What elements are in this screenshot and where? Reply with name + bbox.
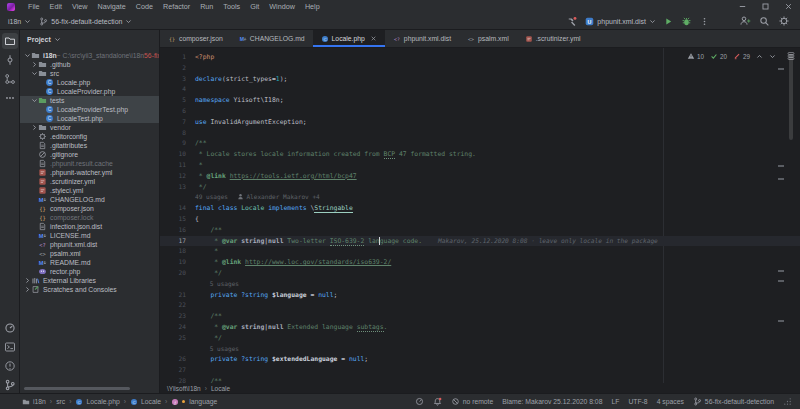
nav-item-language[interactable]: flanguage — [171, 398, 217, 406]
code-text: 5 usages — [195, 345, 239, 352]
vcs-branch-widget[interactable]: 56-fix-default-detection — [39, 17, 132, 26]
run-button-icon[interactable] — [664, 17, 673, 26]
indent-widget[interactable]: 4 spaces — [657, 398, 684, 405]
project-widget[interactable]: i18n — [8, 18, 31, 25]
menu-help[interactable]: Help — [300, 0, 325, 13]
tree-item-src[interactable]: src — [20, 69, 159, 78]
menu-file[interactable]: File — [23, 0, 45, 13]
tree-item-composer-json[interactable]: {}composer.json — [20, 204, 159, 213]
menu-tools[interactable]: Tools — [218, 0, 245, 13]
tab-psalm-xml[interactable]: <>psalm.xml — [459, 30, 517, 47]
status-label: 56-fix-default-detection — [705, 398, 774, 405]
build-button-icon[interactable] — [566, 16, 577, 27]
encoding-widget[interactable]: UTF-8 — [628, 398, 647, 405]
tree-item-phpunit-xml-dist[interactable]: <?phpunit.xml.dist — [20, 240, 159, 249]
tree-item-i18n[interactable]: i18n ~ C:\src\yii3_standalone\i18n 56-fi… — [20, 51, 159, 60]
more-tool-windows[interactable] — [2, 90, 18, 106]
run-config-selector[interactable]: Uphpunit.xml.dist — [585, 17, 656, 26]
search-everywhere-button-icon[interactable] — [759, 16, 770, 27]
close-tab-button[interactable] — [370, 35, 377, 42]
menu-window[interactable]: Window — [264, 0, 300, 13]
tree-item-localetest-php[interactable]: CLocaleTest.php — [20, 114, 159, 123]
pull-requests-tool-window[interactable] — [2, 71, 18, 87]
phpunit-config-icon[interactable]: U — [585, 17, 594, 26]
tree-item--editorconfig[interactable]: .editorconfig — [20, 132, 159, 141]
git-branch-widget[interactable]: 56-fix-default-detection — [693, 397, 774, 406]
code-with-me-button-icon[interactable] — [739, 15, 751, 27]
services-tool-window[interactable] — [2, 320, 18, 336]
chevron-down-icon[interactable] — [649, 18, 656, 25]
project-panel-header[interactable]: Project — [20, 30, 159, 48]
minimize-button[interactable] — [731, 0, 754, 13]
project-tool-window[interactable] — [2, 33, 18, 49]
vertical-scrollbar[interactable] — [789, 54, 793, 140]
tree-item-rector-php[interactable]: rector.php — [20, 267, 159, 276]
nav-item-locale.php[interactable]: CLocale.php — [75, 398, 119, 406]
nav-item-i18n[interactable]: i18n — [22, 398, 46, 406]
resize-grip[interactable] — [783, 397, 792, 406]
debug-button-icon[interactable] — [681, 16, 692, 27]
line-separator-widget[interactable]: LF — [611, 398, 619, 405]
tree-item--gitignore[interactable]: .gitignore — [20, 150, 159, 159]
tree-item-psalm-xml[interactable]: <>psalm.xml — [20, 249, 159, 258]
tab--scrutinizer-yml[interactable]: .scrutinizer.yml — [517, 30, 589, 47]
remote-widget[interactable]: no remote — [451, 397, 494, 406]
problems-tool-window[interactable] — [2, 358, 18, 374]
tab-locale-php[interactable]: CLocale.php — [313, 30, 385, 47]
menu-run[interactable]: Run — [195, 0, 218, 13]
tree-item--phpunit-result-cache[interactable]: .phpunit.result.cache — [20, 159, 159, 168]
nav-item-locale[interactable]: CLocale — [130, 398, 161, 406]
tree-item-localeprovider-php[interactable]: CLocaleProvider.php — [20, 87, 159, 96]
tree-item--phpunit-watcher-yml[interactable]: .phpunit-watcher.yml — [20, 168, 159, 177]
maximize-button[interactable] — [754, 0, 777, 13]
tab-phpunit-xml-dist[interactable]: <?phpunit.xml.dist — [385, 30, 459, 47]
prev-problem-icon[interactable] — [756, 53, 763, 60]
tree-item--gitattributes[interactable]: .gitattributes — [20, 141, 159, 150]
tree-item-license-md[interactable]: MLICENSE.md — [20, 231, 159, 240]
menu-edit[interactable]: Edit — [45, 0, 67, 13]
tree-item-tests[interactable]: tests — [20, 96, 159, 105]
inspection-warn[interactable]: 10 — [687, 52, 704, 60]
terminal-tool-window[interactable] — [2, 339, 18, 355]
tree-item-readme-md[interactable]: MREADME.md — [20, 258, 159, 267]
nav-item-src[interactable]: src — [56, 398, 65, 405]
code-text: private ?string $extendedLanguage = null… — [195, 355, 368, 363]
tree-item-vendor[interactable]: vendor — [20, 123, 159, 132]
close-button[interactable] — [777, 0, 800, 13]
inspection-errm[interactable]: 29 — [733, 52, 750, 60]
blame-widget[interactable]: Blame: Makarov 25.12.2020 8:08 — [502, 398, 602, 405]
inspection-check[interactable]: 20 — [710, 52, 727, 60]
breadcrumb-1[interactable]: Locale — [211, 385, 230, 392]
tree-item-external-libraries[interactable]: External Libraries — [20, 276, 159, 285]
tab-label: composer.json — [179, 35, 223, 42]
tree-item-changelog-md[interactable]: MCHANGELOG.md — [20, 195, 159, 204]
notifications[interactable] — [433, 397, 442, 406]
tree-item--scrutinizer-yml[interactable]: .scrutinizer.yml — [20, 177, 159, 186]
tab-composer-json[interactable]: {}composer.json — [160, 30, 231, 47]
tree-item-composer-lock[interactable]: {}composer.lock — [20, 213, 159, 222]
tree-item--styleci-yml[interactable]: .styleci.yml — [20, 186, 159, 195]
commit-tool-window[interactable] — [2, 52, 18, 68]
breadcrumb-0[interactable]: \Yiisoft\I18n — [167, 385, 201, 392]
tab-changelog-md[interactable]: MCHANGELOG.md — [231, 30, 313, 47]
tree-item-scratches-and-consoles[interactable]: Scratches and Consoles — [20, 285, 159, 294]
tree-item-localeprovidertest-php[interactable]: CLocaleProviderTest.php — [20, 105, 159, 114]
tree-item-infection-json-dist[interactable]: infection.json.dist — [20, 222, 159, 231]
tree-item--github[interactable]: .github — [20, 60, 159, 69]
code-editor[interactable]: 1<?php23declare(strict_types=1);45namesp… — [160, 48, 800, 383]
menu-refactor[interactable]: Refactor — [158, 0, 195, 13]
settings-button-icon[interactable] — [778, 15, 790, 27]
next-problem-icon[interactable] — [769, 53, 776, 60]
menu-git[interactable]: Git — [245, 0, 264, 13]
menu-view[interactable]: View — [67, 0, 92, 13]
code-text: final class Locale implements \Stringabl… — [195, 204, 353, 212]
code-area: 1<?php23declare(strict_types=1);45namesp… — [160, 52, 800, 383]
menu-code[interactable]: Code — [131, 0, 158, 13]
memory-indicator[interactable] — [415, 397, 424, 406]
tree-item-locale-php[interactable]: CLocale.php — [20, 78, 159, 87]
inspections-widget[interactable]: 102029 — [687, 50, 776, 62]
git-tool-window[interactable] — [2, 377, 18, 393]
menu-navigate[interactable]: Navigate — [92, 0, 130, 13]
more-actions-icon[interactable] — [700, 17, 709, 26]
horizontal-scrollbar[interactable] — [24, 387, 130, 390]
